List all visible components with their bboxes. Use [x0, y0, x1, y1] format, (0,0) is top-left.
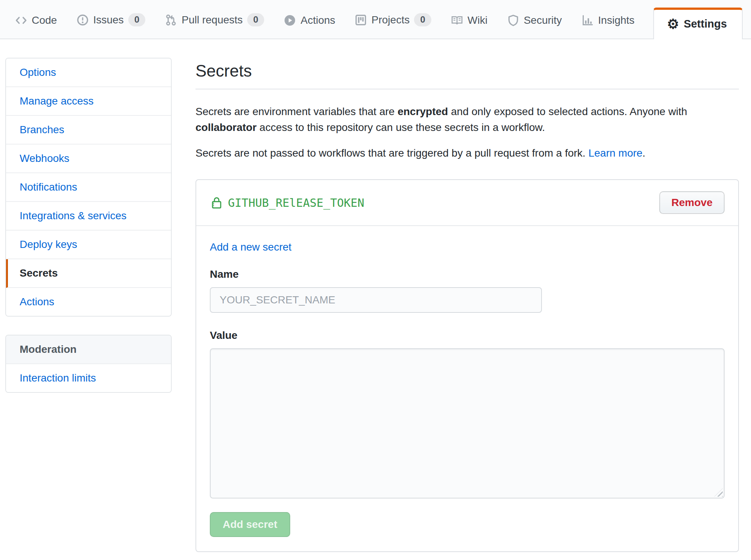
tab-label: Actions [300, 14, 335, 26]
add-new-secret-link[interactable]: Add a new secret [210, 241, 291, 253]
settings-page: Options Manage access Branches Webhooks … [0, 39, 751, 552]
graph-icon [582, 14, 594, 26]
gear-icon [667, 17, 683, 31]
secret-name: GITHUB_RElEASE_TOKEN [228, 196, 364, 209]
fork-note: Secrets are not passed to workflows that… [195, 145, 739, 161]
description-text: Secrets are environment variables that a… [195, 106, 397, 117]
tab-security[interactable]: Security [506, 14, 563, 38]
sidebar-item-interaction-limits[interactable]: Interaction limits [6, 364, 171, 392]
shield-icon [507, 14, 519, 26]
sidebar-item-deploy-keys[interactable]: Deploy keys [6, 231, 171, 259]
name-field-label: Name [210, 268, 725, 280]
description-text: access to this repository can use these … [257, 122, 545, 133]
tab-projects[interactable]: Projects 0 [354, 13, 432, 38]
tab-count-badge: 0 [414, 13, 431, 26]
sidebar-item-manage-access[interactable]: Manage access [6, 87, 171, 116]
tab-pull-requests[interactable]: Pull requests 0 [164, 13, 265, 38]
issue-opened-icon [77, 14, 89, 26]
secret-value-textarea[interactable] [210, 348, 725, 498]
description-bold-encrypted: encrypted [397, 106, 448, 117]
tab-label: Code [32, 14, 57, 26]
sidebar-item-branches[interactable]: Branches [6, 116, 171, 145]
play-icon [284, 14, 296, 26]
tab-wiki[interactable]: Wiki [450, 14, 488, 38]
tab-count-badge: 0 [128, 13, 145, 26]
learn-more-link[interactable]: Learn more [588, 147, 642, 159]
secrets-content: Secrets Secrets are environment variable… [195, 58, 739, 552]
tab-label: Settings [684, 18, 727, 30]
fork-note-period: . [642, 147, 645, 159]
secret-name-input[interactable] [210, 287, 542, 313]
tab-label: Insights [598, 14, 635, 26]
tab-label: Pull requests [182, 14, 243, 26]
secrets-card: GITHUB_RElEASE_TOKEN Remove Add a new se… [195, 179, 739, 552]
page-title: Secrets [195, 58, 739, 89]
tab-issues[interactable]: Issues 0 [76, 13, 146, 38]
value-field-label: Value [210, 329, 725, 342]
remove-secret-button[interactable]: Remove [659, 191, 725, 214]
add-secret-form: Add a new secret Name Value Add secret [196, 226, 738, 551]
sidebar-item-actions[interactable]: Actions [6, 288, 171, 316]
description-bold-collaborator: collaborator [195, 122, 257, 133]
secrets-description: Secrets are environment variables that a… [195, 104, 739, 135]
code-icon [15, 14, 27, 26]
sidebar-item-secrets[interactable]: Secrets [6, 259, 171, 288]
value-field-wrap [210, 348, 725, 498]
moderation-menu: Moderation Interaction limits [5, 335, 172, 393]
tab-code[interactable]: Code [14, 14, 58, 38]
tab-label: Security [524, 14, 562, 26]
settings-sidebar: Options Manage access Branches Webhooks … [5, 58, 172, 393]
sidebar-item-options[interactable]: Options [6, 58, 171, 87]
secret-list-item: GITHUB_RElEASE_TOKEN Remove [196, 180, 738, 226]
tab-label: Projects [371, 14, 409, 26]
sidebar-item-webhooks[interactable]: Webhooks [6, 145, 171, 173]
sidebar-item-notifications[interactable]: Notifications [6, 173, 171, 202]
tab-count-badge: 0 [247, 13, 264, 26]
lock-icon [210, 196, 223, 209]
tab-insights[interactable]: Insights [581, 14, 636, 38]
sidebar-item-integrations-services[interactable]: Integrations & services [6, 202, 171, 231]
book-icon [451, 14, 463, 26]
tab-label: Issues [93, 14, 124, 26]
add-secret-button[interactable]: Add secret [210, 512, 290, 537]
repo-nav: Code Issues 0 Pull requests 0 Actions Pr… [0, 0, 751, 39]
project-icon [355, 14, 367, 26]
tab-settings[interactable]: Settings [653, 8, 743, 39]
secret-identifier: GITHUB_RElEASE_TOKEN [210, 196, 364, 209]
settings-menu: Options Manage access Branches Webhooks … [5, 58, 172, 317]
description-text: and only exposed to selected actions. An… [448, 106, 687, 117]
pull-request-icon [165, 14, 177, 26]
tab-label: Wiki [468, 14, 488, 26]
fork-note-text: Secrets are not passed to workflows that… [195, 147, 588, 159]
moderation-header: Moderation [6, 335, 171, 364]
tab-actions[interactable]: Actions [283, 14, 336, 38]
